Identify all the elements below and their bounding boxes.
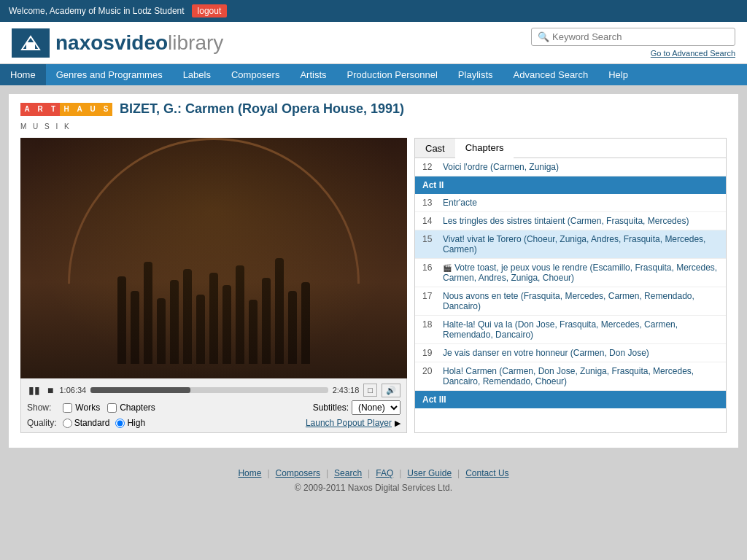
chapter-title: Voici l'ordre (Carmen, Zuniga) [443, 162, 559, 172]
top-bar: Welcome, Academy of Music in Lodz Studen… [0, 0, 747, 22]
quality-label: Quality: [27, 418, 57, 428]
video-screen[interactable] [20, 138, 407, 378]
arthaus-header: A R T H A U S BIZET, G.: Carmen (Royal O… [20, 101, 727, 117]
pause-button[interactable]: ▮▮ [27, 383, 42, 397]
popout-icon: ▶ [395, 419, 400, 428]
arthaus-box-u: U [86, 103, 99, 116]
high-radio[interactable] [115, 419, 125, 428]
chapters-checkbox[interactable] [107, 403, 117, 413]
nav-item-labels[interactable]: Labels [173, 64, 221, 85]
chapter-number: 13 [422, 198, 437, 208]
arthaus-box-r: R [34, 103, 47, 116]
high-label: High [127, 418, 145, 428]
main-content: A R T H A U S BIZET, G.: Carmen (Royal O… [9, 94, 738, 448]
chapter-title: Entr'acte [443, 198, 477, 208]
nav-item-genres[interactable]: Genres and Programmes [46, 64, 173, 85]
works-checkbox[interactable] [63, 403, 72, 413]
keyword-search-input[interactable] [552, 31, 729, 42]
chapter-number: 16 [422, 262, 437, 283]
svg-rect-2 [26, 42, 35, 50]
chapters-tab[interactable]: Chapters [455, 139, 514, 158]
search-area: 🔍 Go to Advanced Search [531, 28, 735, 58]
nav-item-advanced[interactable]: Advanced Search [503, 64, 599, 85]
progress-fill [90, 387, 190, 393]
footer-link-search[interactable]: Search [334, 468, 362, 478]
chapters-label: Chapters [120, 402, 155, 413]
nav-item-playlists[interactable]: Playlists [448, 64, 503, 85]
controls-row1: ▮▮ ■ 1:06:34 2:43:18 □ 🔊 [27, 383, 400, 397]
footer-link-faq[interactable]: FAQ [376, 468, 393, 478]
arthaus-subtitle: M U S I K [20, 122, 727, 131]
standard-label: Standard [74, 418, 110, 428]
nav-item-help[interactable]: Help [598, 64, 638, 85]
works-checkbox-wrap[interactable]: Works [63, 402, 100, 413]
subtitles-select[interactable]: (None) [352, 400, 400, 415]
chapter-item[interactable]: 16🎬Votre toast, je peux vous le rendre (… [415, 259, 726, 287]
main-navigation: HomeGenres and ProgrammesLabelsComposers… [0, 64, 747, 85]
chapter-item[interactable]: 19Je vais danser en votre honneur (Carme… [415, 344, 726, 362]
fullscreen-button[interactable]: □ [363, 384, 377, 397]
footer-separator: | [326, 468, 328, 478]
footer-links: Home|Composers|Search|FAQ|User Guide|Con… [12, 468, 735, 478]
chapter-item[interactable]: 12Voici l'ordre (Carmen, Zuniga) [415, 158, 726, 176]
video-controls: ▮▮ ■ 1:06:34 2:43:18 □ 🔊 Show: [20, 378, 407, 433]
stop-button[interactable]: ■ [46, 383, 55, 397]
arthaus-box-h: H [60, 103, 73, 116]
progress-bar[interactable] [90, 387, 328, 393]
footer-separator: | [457, 468, 460, 478]
chapter-item[interactable]: 20Hola! Carmen (Carmen, Don Jose, Zuniga… [415, 362, 726, 391]
chapter-item[interactable]: 18Halte-la! Qui va la (Don Jose, Frasqui… [415, 316, 726, 344]
time-current: 1:06:34 [59, 386, 86, 394]
arthaus-box-a: A [20, 103, 34, 116]
logo-area: naxosvideolibrary [12, 28, 223, 58]
chapter-number: 19 [422, 348, 437, 358]
go-to-advanced-link[interactable]: Go to Advanced Search [651, 49, 735, 58]
show-label: Show: [27, 402, 51, 413]
works-label: Works [75, 402, 100, 413]
act-header: Act III [415, 391, 726, 408]
logout-button[interactable]: logout [192, 4, 228, 18]
nav-item-home[interactable]: Home [0, 64, 46, 85]
chapter-number: 17 [422, 291, 437, 311]
chapters-tabs: Cast Chapters [415, 139, 726, 158]
chapters-panel: Cast Chapters 12Voici l'ordre (Carmen, Z… [414, 138, 727, 433]
copyright: © 2009-2011 Naxos Digital Services Ltd. [12, 483, 735, 493]
chapters-checkbox-wrap[interactable]: Chapters [107, 402, 155, 413]
footer: Home|Composers|Search|FAQ|User Guide|Con… [0, 456, 747, 505]
launch-popout-link[interactable]: Launch Popout Player [306, 418, 392, 428]
volume-button[interactable]: 🔊 [382, 384, 400, 397]
arthaus-box-a2: A [73, 103, 86, 116]
chapter-title: Nous avons en tete (Frasquita, Mercedes,… [443, 291, 719, 311]
chapter-item[interactable]: 14Les tringles des sistres tintaient (Ca… [415, 212, 726, 230]
chapter-item[interactable]: 13Entr'acte [415, 194, 726, 212]
stage-light [20, 138, 407, 378]
search-box-wrap[interactable]: 🔍 [531, 28, 735, 46]
search-icon: 🔍 [538, 31, 549, 42]
chapter-title: Halte-la! Qui va la (Don Jose, Frasquita… [443, 319, 719, 340]
footer-link-contact[interactable]: Contact Us [465, 468, 508, 478]
subtitles-label: Subtitles: [313, 402, 349, 413]
chapters-list[interactable]: 12Voici l'ordre (Carmen, Zuniga)Act II13… [415, 158, 726, 413]
footer-link-home[interactable]: Home [238, 468, 261, 478]
chapter-number: 20 [422, 366, 437, 386]
chapter-item[interactable]: 15Vivat! vivat le Torero (Choeur, Zuniga… [415, 230, 726, 259]
controls-row2: Show: Works Chapters Subtitles: [27, 400, 400, 415]
footer-link-composers[interactable]: Composers [276, 468, 320, 478]
arthaus-logo: A R T H A U S [20, 103, 112, 116]
standard-radio[interactable] [63, 419, 72, 428]
nav-item-production[interactable]: Production Personnel [337, 64, 448, 85]
chapter-title: Hola! Carmen (Carmen, Don Jose, Zuniga, … [443, 366, 719, 386]
nav-item-composers[interactable]: Composers [221, 64, 290, 85]
standard-radio-wrap[interactable]: Standard [63, 418, 110, 428]
cast-tab[interactable]: Cast [415, 139, 455, 158]
act-header: Act II [415, 176, 726, 194]
high-radio-wrap[interactable]: High [115, 418, 145, 428]
content-area: ▮▮ ■ 1:06:34 2:43:18 □ 🔊 Show: [20, 138, 727, 433]
time-total: 2:43:18 [333, 386, 360, 394]
footer-link-user-guide[interactable]: User Guide [407, 468, 452, 478]
chapter-item[interactable]: 17Nous avons en tete (Frasquita, Mercede… [415, 287, 726, 316]
video-panel: ▮▮ ■ 1:06:34 2:43:18 □ 🔊 Show: [20, 138, 407, 433]
chapter-title: 🎬Votre toast, je peux vous le rendre (Es… [443, 262, 719, 283]
logo-icon [12, 28, 50, 58]
nav-item-artists[interactable]: Artists [290, 64, 336, 85]
